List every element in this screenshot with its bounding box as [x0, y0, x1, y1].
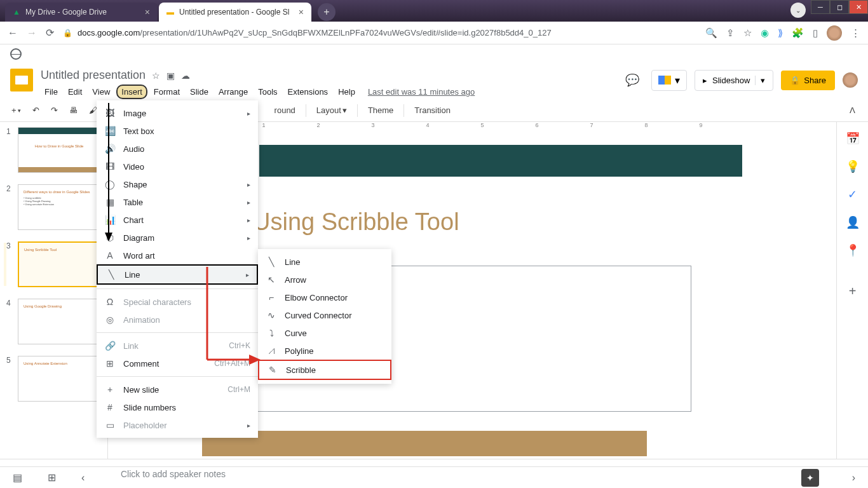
contacts-icon[interactable]: 👤: [846, 216, 859, 229]
menu-item-textbox[interactable]: 🔤Text box: [97, 122, 258, 140]
reload-icon[interactable]: ⟳: [46, 27, 54, 39]
share-url-icon[interactable]: ⇪: [726, 27, 735, 39]
menu-view[interactable]: View: [88, 86, 114, 98]
submenu-polyline[interactable]: ⩘Polyline: [258, 342, 391, 360]
collapse-left-icon[interactable]: ‹: [81, 472, 85, 484]
thumbnail-3[interactable]: Using Scribble Tool: [18, 241, 100, 287]
right-sidebar: 📅 💡 ✓ 👤 📍 +: [836, 122, 868, 459]
browser-tab-slides[interactable]: ▬ Untitled presentation - Google Sl ×: [159, 3, 311, 22]
profile-avatar[interactable]: [843, 72, 858, 88]
menu-item-table[interactable]: ▦Table▸: [97, 193, 258, 211]
slides-logo-icon[interactable]: [10, 69, 33, 92]
zoom-icon[interactable]: 🔍: [705, 27, 717, 39]
menu-item-wordart[interactable]: AWord art: [97, 247, 258, 264]
url-domain: docs.google.com: [78, 28, 140, 37]
submenu-curve[interactable]: ⤵Curve: [258, 324, 391, 342]
chevron-right-icon: ▸: [247, 199, 250, 206]
redo-button[interactable]: ↷: [47, 103, 62, 118]
print-button[interactable]: 🖶: [65, 103, 81, 118]
new-slide-button[interactable]: + ▾: [8, 103, 25, 118]
close-icon[interactable]: ×: [145, 7, 150, 17]
play-icon: ▸: [703, 76, 707, 85]
close-icon[interactable]: ×: [299, 7, 304, 17]
profile-avatar[interactable]: [827, 25, 842, 41]
menu-extensions[interactable]: Extensions: [284, 86, 332, 98]
star-icon[interactable]: ☆: [152, 71, 160, 81]
background-button[interactable]: round: [271, 103, 299, 118]
menu-item-new-slide[interactable]: +New slideCtrl+M: [97, 381, 258, 398]
comments-icon[interactable]: 💬: [621, 69, 644, 92]
transition-button[interactable]: Transition: [410, 103, 454, 118]
slideshow-button[interactable]: ▸Slideshow▾: [695, 70, 773, 91]
menu-icon[interactable]: ⋮: [851, 27, 860, 39]
cast-icon[interactable]: ⟫: [778, 27, 783, 39]
calendar-icon[interactable]: 📅: [846, 132, 859, 145]
doc-title[interactable]: Untitled presentation: [41, 69, 146, 82]
globe-icon[interactable]: [10, 48, 22, 60]
menu-help[interactable]: Help: [334, 86, 359, 98]
share-label: Share: [804, 76, 826, 85]
undo-button[interactable]: ↶: [29, 103, 43, 118]
svg-marker-1: [105, 233, 112, 241]
collapse-icon[interactable]: ᐱ: [850, 105, 860, 115]
reading-list-icon[interactable]: ▯: [813, 27, 818, 39]
menu-item-chart[interactable]: 📊Chart▸: [97, 211, 258, 229]
menu-item-video[interactable]: 🎞Video: [97, 158, 258, 175]
thumbnail-2[interactable]: Different ways to draw in Google Slides•…: [18, 184, 100, 230]
submenu-arrow[interactable]: ↖Arrow: [258, 271, 391, 288]
forward-icon[interactable]: →: [27, 27, 37, 39]
star-icon[interactable]: ☆: [743, 27, 752, 39]
thumb-number: 5: [6, 356, 13, 365]
back-icon[interactable]: ←: [8, 27, 18, 39]
menu-tools[interactable]: Tools: [254, 86, 281, 98]
tasks-icon[interactable]: ✓: [846, 188, 859, 201]
thumbnail-1[interactable]: How to Draw in Google Slide: [18, 127, 100, 173]
chevron-down-icon[interactable]: ▾: [755, 76, 765, 85]
layout-button[interactable]: Layout ▾: [313, 103, 351, 118]
menu-item-shape[interactable]: ◯Shape▸: [97, 175, 258, 193]
menu-slide[interactable]: Slide: [186, 86, 212, 98]
url-field[interactable]: 🔒 docs.google.com/presentation/d/1UhAwPq…: [63, 28, 696, 37]
maps-icon[interactable]: 📍: [846, 244, 859, 257]
theme-button[interactable]: Theme: [364, 103, 397, 118]
chevron-right-icon: ▸: [247, 217, 250, 224]
submenu-scribble[interactable]: ✎Scribble: [258, 360, 391, 380]
hide-side-panel-icon[interactable]: ›: [852, 472, 855, 484]
extensions-icon[interactable]: 🧩: [792, 27, 804, 39]
menu-file[interactable]: File: [41, 86, 62, 98]
browser-tab-drive[interactable]: ▲ My Drive - Google Drive ×: [5, 3, 158, 22]
thumbnail-4[interactable]: Using Google Drawing: [18, 299, 100, 344]
maximize-button[interactable]: ◻: [830, 0, 849, 14]
keep-icon[interactable]: 💡: [846, 160, 859, 173]
slide-title[interactable]: Using Scribble Tool: [253, 208, 459, 236]
comment-icon: ⊞: [104, 358, 116, 369]
folder-icon[interactable]: ▣: [166, 71, 175, 81]
submenu-curved[interactable]: ∿Curved Connector: [258, 306, 391, 324]
submenu-elbow[interactable]: ⌐Elbow Connector: [258, 288, 391, 306]
menu-arrange[interactable]: Arrange: [215, 86, 252, 98]
menu-item-audio[interactable]: 🔊Audio: [97, 140, 258, 158]
last-edit-label[interactable]: Last edit was 11 minutes ago: [368, 87, 475, 97]
meet-button[interactable]: ▾: [651, 70, 687, 91]
filmstrip-view-icon[interactable]: ▤: [13, 471, 22, 484]
menu-item-image[interactable]: 🖼Image▸: [97, 104, 258, 122]
explore-button[interactable]: ✦: [801, 469, 819, 487]
chevron-down-icon[interactable]: ⌄: [790, 3, 806, 18]
menu-insert[interactable]: Insert: [116, 85, 147, 99]
submenu-line[interactable]: ╲Line: [258, 253, 391, 271]
menu-item-diagram[interactable]: ⬡Diagram▸: [97, 229, 258, 247]
extension-icon[interactable]: ◉: [761, 27, 769, 39]
menubar: File Edit View Insert Format Slide Arran…: [41, 82, 613, 99]
close-window-button[interactable]: ✕: [849, 0, 868, 14]
minimize-button[interactable]: ─: [811, 0, 830, 14]
new-tab-button[interactable]: +: [318, 3, 336, 21]
lock-icon: 🔒: [790, 76, 800, 85]
menu-format[interactable]: Format: [150, 86, 184, 98]
share-button[interactable]: 🔒Share: [781, 71, 835, 90]
add-on-plus-icon[interactable]: +: [846, 285, 859, 297]
cloud-icon[interactable]: ☁: [181, 71, 190, 81]
menu-edit[interactable]: Edit: [64, 86, 86, 98]
menu-item-slide-numbers[interactable]: #Slide numbers: [97, 398, 258, 416]
thumbnail-5[interactable]: Using Annotate Extension: [18, 356, 100, 402]
grid-view-icon[interactable]: ⊞: [48, 471, 56, 484]
